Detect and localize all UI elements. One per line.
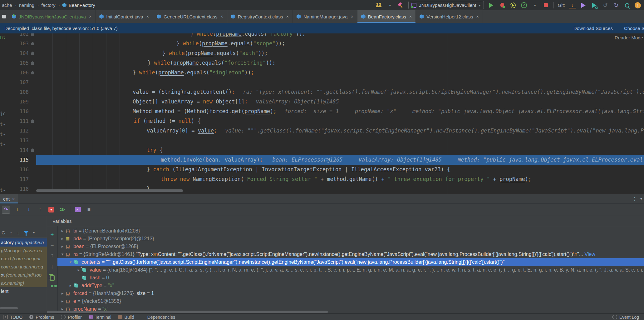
users-icon[interactable] [376, 2, 382, 9]
tab-VersionHelper12.class[interactable]: VersionHelper12.class× [416, 10, 483, 23]
tab-JNDIBypassHighJavaClient.java[interactable]: JNDIBypassHighJavaClient.java× [8, 10, 96, 23]
code-line[interactable]: } while(propName.equals("forceString")); [0, 58, 644, 68]
step-into-icon[interactable]: ↓ [25, 206, 32, 213]
run-configuration-select[interactable]: JNDIBypassHighJavaClient▾ [408, 1, 484, 9]
variables-hscrollbar[interactable] [47, 311, 328, 313]
run-to-cursor-icon[interactable]: ▾ [47, 206, 55, 213]
code-line[interactable] [0, 136, 644, 145]
breadcrumb-item[interactable]: naming [19, 2, 34, 8]
chevron-right-icon[interactable]: ▸ [60, 299, 65, 303]
statusbar-item-todo[interactable]: ≡TODO [3, 315, 22, 320]
variables-tree[interactable]: ▸{..}bi = {GenericBeanInfo@1208}▸≣pda = … [57, 226, 644, 314]
variable-row-addrType[interactable]: ▸addrType = "x" [57, 282, 644, 289]
debug-button[interactable] [499, 2, 506, 9]
show-execution-point-icon[interactable]: ↷ [2, 206, 10, 214]
evaluate-console-icon[interactable]: >_ [74, 206, 81, 213]
code-line[interactable] [0, 78, 644, 87]
variable-row-bi[interactable]: ▸{..}bi = {GenericBeanInfo@1208} [57, 227, 644, 235]
statusbar-item-dependencies[interactable]: Dependencies [141, 315, 175, 320]
close-icon[interactable]: × [220, 14, 223, 19]
nav-down-icon[interactable]: ↓ [17, 230, 19, 235]
git-push-icon[interactable] [580, 2, 587, 9]
choose-sources-link[interactable]: Choose Sources... [624, 26, 644, 31]
add-watch-icon[interactable]: + [47, 231, 57, 239]
coverage-button[interactable] [510, 2, 517, 9]
step-out-icon[interactable]: ↑ [36, 206, 44, 213]
filter-caret-icon[interactable]: ▾ [33, 231, 35, 235]
frames-hscrollbar[interactable] [0, 307, 18, 309]
code-line[interactable]: throw new NamingException("Forced String… [0, 174, 644, 184]
chevron-down-icon[interactable]: ▾ [60, 252, 65, 257]
variable-row-value[interactable]: ▸value = {char[180]@1484} [", ", ., g, e… [57, 266, 644, 274]
search-icon[interactable] [624, 2, 631, 9]
variable-row-hash[interactable]: hash = 0 [57, 274, 644, 282]
tab-InitialContext.java[interactable]: InitialContext.java× [96, 10, 153, 23]
chevron-right-icon[interactable]: ▸ [60, 236, 65, 241]
close-icon[interactable]: × [12, 196, 15, 202]
code-line[interactable]: value = (String)ra.getContent();ra: "Typ… [0, 87, 644, 97]
tab-options-icon[interactable] [0, 10, 8, 23]
chevron-right-icon[interactable]: ▸ [68, 283, 73, 288]
profiler-button[interactable] [521, 2, 528, 9]
code-line[interactable]: Method method = (Method)forced.get(propN… [0, 107, 644, 116]
step-over-icon[interactable]: ↓ [14, 206, 21, 213]
tab-RegistryContext.class[interactable]: RegistryContext.class× [227, 10, 293, 23]
code-line[interactable]: } while(propName.equals("auth")); [0, 48, 644, 58]
close-icon[interactable]: × [409, 14, 412, 19]
chevron-right-icon[interactable]: ▸ [60, 291, 65, 296]
hide-panel-icon[interactable]: ▾ [640, 197, 642, 201]
close-icon[interactable]: × [89, 14, 91, 19]
close-icon[interactable]: × [476, 14, 479, 19]
variable-row-contents[interactable]: ▾contents = """.getClass().forName("java… [57, 258, 644, 266]
tab-BeanFactory.class[interactable]: BeanFactory.class× [357, 10, 416, 23]
chevron-down-icon[interactable]: ▾ [68, 260, 73, 264]
copy-value-icon[interactable] [47, 274, 57, 282]
reader-mode-link[interactable]: Reader Mode [615, 35, 643, 40]
stop-button[interactable] [543, 2, 549, 9]
code-line[interactable]: method.invoke(bean, valueArray);bean: EL… [0, 155, 644, 165]
stack-frame-row[interactable]: actory (org.apache.n [0, 238, 47, 247]
event-log-item[interactable]: Event Log [612, 315, 639, 320]
build-hammer-icon[interactable] [397, 2, 404, 9]
close-icon[interactable]: × [351, 14, 353, 19]
git-push-lock-icon[interactable] [591, 2, 598, 9]
statusbar-item-build[interactable]: Build [118, 315, 134, 320]
code-line[interactable]: } while(propName.equals("singleton")); [0, 68, 644, 78]
history-icon[interactable] [602, 2, 609, 9]
more-options-icon[interactable]: ⋮ [632, 196, 637, 202]
variable-row-forced[interactable]: ▸{..}forced = {HashMap@1276} size = 1 [57, 289, 644, 297]
breadcrumb[interactable]: ache›naming›factory›BeanFactory [0, 2, 95, 8]
code-line[interactable]: } [0, 184, 644, 194]
statusbar-item-terminal[interactable]: >_Terminal [89, 315, 111, 320]
close-icon[interactable]: × [146, 14, 149, 19]
code-line[interactable]: valueArray[0] = value;value: """.getClas… [0, 126, 644, 136]
rollback-icon[interactable] [613, 2, 620, 9]
stack-frame-row[interactable]: gManager (javax.na [0, 247, 47, 255]
nav-up-icon[interactable]: ↑ [10, 230, 12, 235]
remove-watch-icon[interactable]: − [47, 242, 57, 250]
chevron-right-icon[interactable]: ▸ [60, 244, 65, 249]
users-caret[interactable] [386, 2, 393, 9]
editor[interactable]: Reader Mode 102} while(propName.equals("… [0, 23, 644, 194]
chevron-right-icon[interactable]: ▸ [60, 228, 65, 233]
statusbar-item-profiler[interactable]: Profiler [61, 315, 81, 320]
stack-frame-row[interactable]: com.sun.jndi.rmi.reg [0, 263, 47, 271]
stack-frame-row[interactable]: xt (com.sun.jndi.too [0, 271, 47, 279]
debug-session-tab[interactable]: ent × [0, 194, 18, 203]
frames-panel[interactable]: G ↑ ↓ ▾ actory (org.apache.ngManager (ja… [0, 216, 47, 314]
code-line[interactable]: if (method != null) { [0, 116, 644, 126]
breadcrumb-item[interactable]: BeanFactory [62, 2, 95, 8]
profiler-caret[interactable] [532, 2, 538, 9]
tab-NamingManager.java[interactable]: NamingManager.java× [293, 10, 357, 23]
git-update-icon[interactable] [569, 2, 576, 8]
filter-icon[interactable] [24, 231, 28, 234]
stack-frame-row[interactable]: ax.naming) [0, 279, 47, 287]
resume-skip-icon[interactable]: ≫ [59, 206, 66, 213]
code-line[interactable]: Object[] valueArray = new Object[1];valu… [0, 97, 644, 107]
layout-settings-icon[interactable]: ≡ [85, 206, 93, 213]
variable-row-bean[interactable]: ▸{..}bean = {ELProcessor@1265} [57, 242, 644, 250]
variable-row-pda[interactable]: ▸≣pda = {PropertyDescriptor[2]@1213} [57, 235, 644, 242]
tab-GenericURLContext.class[interactable]: GenericURLContext.class× [153, 10, 227, 23]
editor-hscrollbar[interactable] [36, 189, 183, 192]
stack-frame-row[interactable]: ient [0, 287, 47, 295]
